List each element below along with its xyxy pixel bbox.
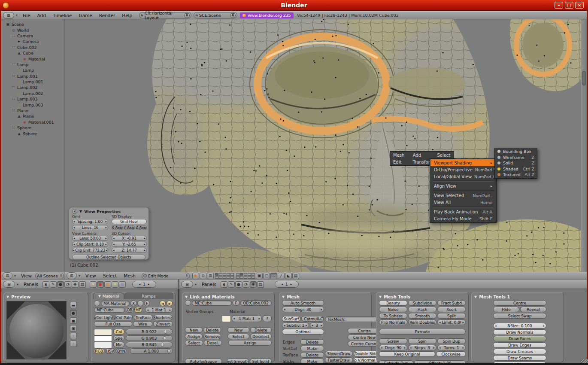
clockwise-button[interactable]: Clockwise (436, 351, 466, 357)
preview-cube-icon[interactable]: ◼ (70, 317, 77, 324)
layer-3[interactable] (223, 273, 226, 276)
subdiv-1-button[interactable]: ◂Subdiv: 1▸ (282, 322, 309, 328)
screw-button[interactable]: Screw (379, 338, 407, 344)
auto-name-icon[interactable] (137, 301, 143, 306)
outliner-item-camera[interactable]: ∷Camera (3, 33, 64, 39)
menu-add[interactable]: Add (34, 13, 49, 18)
outliner-item-cube-002[interactable]: ∷Cube.002 (3, 45, 64, 50)
remove-button[interactable]: Remove (203, 334, 221, 339)
layer-4[interactable] (227, 273, 230, 276)
outliner-item-lamp[interactable]: ☀Lamp (3, 67, 64, 73)
window-type-icon[interactable]: ⊟ (181, 281, 193, 288)
menu-timeline[interactable]: Timeline (49, 13, 76, 18)
f-button[interactable]: F (144, 301, 150, 306)
hide-button[interactable]: Hide (493, 307, 519, 312)
outliner-item-camera[interactable]: ►Camera (3, 39, 64, 44)
spe-swatch[interactable] (94, 335, 112, 342)
collapse-arrow-icon[interactable]: ▾ (12, 274, 18, 278)
nsize-0-100-button[interactable]: ◂NSize: 0.100▸ (493, 323, 546, 328)
select-button[interactable]: Select (185, 340, 203, 346)
draw-creases-button[interactable]: Draw Creases (493, 349, 546, 354)
page-stepper[interactable]: ◂1▸ (132, 281, 156, 288)
draw-mode-icon[interactable]: ◉ (192, 273, 199, 279)
viewport-scrollbar[interactable] (581, 19, 587, 272)
make-button[interactable]: Make (300, 346, 324, 351)
cell-button[interactable]: ? (263, 315, 272, 322)
ob-cube-002-field[interactable]: OB:Cube.002 (240, 300, 272, 306)
shading-item-shaded[interactable]: ShadedCtrl Z (495, 166, 536, 172)
screen-close-icon[interactable]: X (184, 13, 190, 18)
b-0-845-button[interactable]: B 0.845 (126, 342, 173, 347)
outliner-item-world[interactable]: ◍World (3, 27, 64, 33)
rotation-center-icon[interactable]: ⊙ (200, 273, 206, 279)
layer-18[interactable] (244, 276, 247, 279)
auto-smooth-button[interactable]: Auto Smooth (282, 300, 324, 306)
fasterdraw-button[interactable]: FasterDraw (325, 357, 353, 363)
toolbox-select[interactable]: Select (434, 152, 454, 158)
screen-selector[interactable]: ⇆ CR:Horizontal Layout X (139, 12, 191, 18)
maximize-button[interactable]: □ (565, 2, 573, 9)
minimize-button[interactable]: – (555, 2, 563, 9)
split-button[interactable]: Split (437, 313, 466, 319)
menu-render[interactable]: Render (96, 13, 118, 18)
layer-15[interactable] (252, 273, 255, 276)
layer-6[interactable] (215, 276, 218, 279)
script-context-icon[interactable]: ✎ (228, 281, 235, 288)
layer-9[interactable] (227, 276, 230, 279)
g-0-903-button[interactable]: G 0.903 (126, 335, 173, 341)
ma-material-field[interactable]: MA:Material (101, 301, 130, 306)
collapse-arrow-icon[interactable]: ▾ (15, 283, 20, 286)
keep-original-button[interactable]: Keep Original (379, 351, 435, 357)
limit-0-003-button[interactable]: ◂Limit: 0.003▸ (437, 319, 466, 325)
assign-button[interactable]: Assign (228, 340, 272, 346)
panel-close-icon[interactable]: ✕ (72, 209, 77, 214)
outline-selected-button[interactable]: Outline Selected Objects (72, 255, 145, 260)
menu-game[interactable]: Game (76, 13, 96, 18)
layer-11[interactable] (236, 273, 239, 276)
panel-collapse-icon[interactable]: ▼ (379, 295, 382, 299)
panels-menu[interactable]: Panels (198, 282, 220, 287)
editing-context-icon[interactable]: ✚ (72, 281, 79, 288)
x-button[interactable]: X (130, 301, 136, 306)
layer-7[interactable] (219, 276, 222, 279)
preview-osa-icon[interactable]: ◦ (70, 333, 77, 339)
script-context-icon[interactable]: ✎ (50, 281, 57, 288)
reveal-button[interactable]: Reveal (520, 307, 546, 312)
dyn-button[interactable]: DYN (116, 348, 126, 354)
blender-org-link[interactable]: www.blender.org 235 (240, 12, 294, 18)
shading-context-icon[interactable]: ● (235, 281, 242, 288)
rem-doubles-button[interactable]: Rem Doubles (408, 319, 436, 325)
panel-collapse-icon[interactable]: ▼ (474, 295, 477, 299)
desel-button[interactable]: Desel. (204, 340, 222, 346)
scene-close-icon[interactable]: X (230, 13, 236, 18)
to-sphere-button[interactable]: To Sphere (379, 313, 407, 319)
menu-item-view-selected[interactable]: View SelectedNumPad . (430, 192, 496, 199)
select-button[interactable]: Select (227, 334, 249, 339)
layer-12[interactable] (240, 273, 243, 276)
lamp-icon[interactable]: ✦ (90, 281, 97, 288)
f-button[interactable]: F (233, 300, 239, 306)
browse-icon[interactable] (185, 300, 191, 306)
preview-backdrop-icon[interactable]: ▣ (70, 325, 77, 332)
spe-button[interactable]: Spe (113, 335, 124, 341)
world-icon[interactable]: ◍ (119, 281, 126, 288)
degr-90-button[interactable]: ◂Degr: 90▸ (379, 345, 407, 350)
menu-item-view-all[interactable]: View AllHome (430, 199, 496, 206)
delete-button[interactable]: Delete (300, 339, 324, 345)
window-type-icon[interactable]: ⊡ (3, 272, 12, 279)
collapse-arrow-icon[interactable]: ▾ (14, 13, 19, 17)
menu-help[interactable]: Help (118, 13, 136, 18)
outliner-item-lamp-001[interactable]: ∷Lamp.001 (3, 73, 64, 79)
optimal-button[interactable]: Optimal (282, 329, 324, 335)
vcol-paint-button[interactable]: VCol Paint (114, 315, 133, 320)
layer-5[interactable] (230, 273, 234, 276)
logic-context-icon[interactable]: ◖ (221, 281, 227, 288)
layer-17[interactable] (240, 276, 243, 279)
outliner-item-sphere[interactable]: ∷Sphere (3, 125, 64, 131)
mode-dropdown[interactable]: Edit Mode ⇕ (142, 273, 190, 279)
noise-button[interactable]: Noise (379, 307, 407, 312)
outliner-item-cube[interactable]: ▲Cube (3, 50, 64, 56)
layer-10[interactable] (230, 276, 234, 279)
layer-16[interactable] (236, 276, 239, 279)
col-button[interactable]: Col (113, 329, 124, 335)
